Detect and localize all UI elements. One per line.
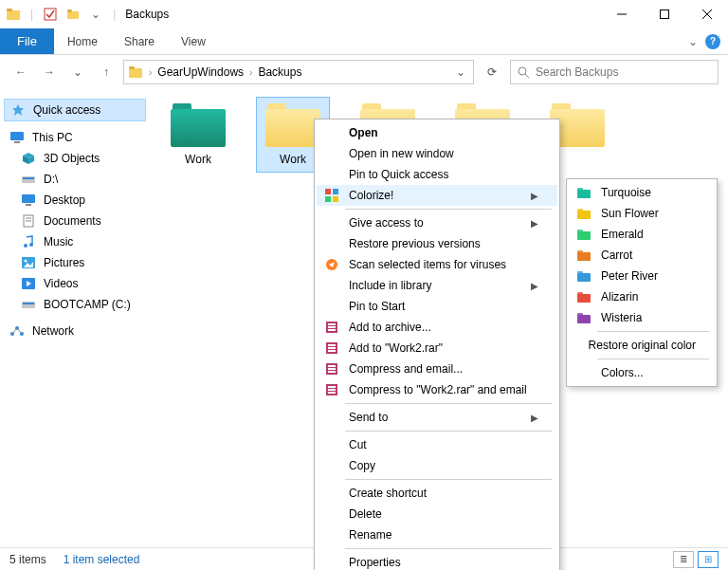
sidebar-item[interactable]: BOOTCAMP (C:)	[4, 294, 146, 315]
back-button[interactable]: ←	[9, 61, 32, 83]
menu-label: Open	[349, 126, 538, 139]
menu-icon	[574, 270, 593, 282]
folder-icon	[171, 103, 226, 147]
maximize-button[interactable]	[643, 0, 685, 28]
sidebar-item[interactable]: Pictures	[4, 252, 146, 273]
menu-item[interactable]: Wisteria	[569, 307, 715, 328]
minimize-button[interactable]	[600, 0, 643, 28]
chevron-down-icon[interactable]: ⌄	[88, 7, 103, 22]
sidebar-label: Network	[32, 324, 74, 338]
folder-label: Work	[185, 153, 211, 166]
sidebar-item[interactable]: D:\	[4, 169, 146, 190]
view-details-button[interactable]: ≣	[673, 551, 694, 568]
forward-button[interactable]: →	[38, 61, 61, 83]
video-icon	[21, 276, 36, 291]
qat-newfolder-icon[interactable]	[65, 7, 81, 22]
menu-item[interactable]: Peter River	[569, 266, 715, 286]
svg-rect-6	[660, 10, 668, 19]
svg-rect-65	[577, 252, 591, 261]
menu-item[interactable]: Colorize! ▶	[317, 185, 557, 206]
help-icon[interactable]: ?	[705, 34, 720, 49]
menu-item[interactable]: Compress and email...	[317, 359, 557, 379]
file-tab[interactable]: File	[0, 28, 54, 54]
menu-item[interactable]: Scan selected items for viruses	[317, 254, 557, 275]
sidebar-quickaccess[interactable]: Quick access	[4, 99, 146, 121]
address-dropdown-icon[interactable]: ⌄	[456, 65, 465, 79]
svg-rect-68	[577, 271, 583, 274]
tab-view[interactable]: View	[168, 28, 219, 54]
sidebar-item[interactable]: Videos	[4, 273, 146, 294]
svg-rect-1	[7, 9, 12, 11]
menu-item[interactable]: Copy	[317, 455, 557, 476]
search-icon	[517, 65, 530, 79]
svg-rect-70	[577, 292, 583, 295]
menu-item[interactable]: Include in library ▶	[317, 275, 557, 296]
menu-item[interactable]: Turquoise	[569, 182, 715, 203]
menu-label: Pin to Quick access	[349, 168, 538, 181]
sidebar-label: Quick access	[33, 103, 100, 117]
menu-item[interactable]: Emerald	[569, 224, 715, 245]
svg-rect-56	[328, 386, 336, 388]
menu-item[interactable]: Add to archive...	[317, 317, 557, 338]
menu-label: Turquoise	[601, 186, 696, 199]
menu-label: Delete	[349, 507, 538, 521]
menu-label: Wisteria	[601, 311, 696, 324]
sidebar-item[interactable]: Desktop	[4, 190, 146, 211]
menu-label: Colors...	[601, 366, 696, 379]
folder-label: Work	[280, 153, 306, 166]
menu-item[interactable]: Create shortcut	[317, 483, 557, 504]
menu-item[interactable]: Rename	[317, 524, 557, 545]
menu-item[interactable]: Cut	[317, 434, 557, 455]
breadcrumb[interactable]: GearUpWindows	[157, 65, 244, 79]
menu-item[interactable]: Open	[317, 122, 557, 143]
sidebar-label: BOOTCAMP (C:)	[44, 298, 131, 311]
menu-item[interactable]: Delete	[317, 504, 557, 524]
menu-item[interactable]: Open in new window	[317, 143, 557, 164]
svg-rect-34	[23, 303, 34, 304]
submenu-arrow-icon: ▶	[531, 413, 538, 423]
svg-rect-0	[7, 10, 20, 20]
chevron-right-icon[interactable]: ›	[149, 67, 152, 78]
tab-share[interactable]: Share	[111, 28, 168, 54]
menu-label: Create shortcut	[349, 487, 538, 500]
search-input[interactable]: Search Backups	[510, 60, 719, 84]
menu-label: Emerald	[601, 228, 696, 241]
menu-item[interactable]: Restore previous versions	[317, 233, 557, 254]
sidebar-network[interactable]: Network	[4, 321, 146, 341]
menu-item[interactable]: Pin to Start	[317, 296, 557, 317]
menu-item[interactable]: Restore original color	[569, 335, 715, 356]
menu-item[interactable]: Carrot	[569, 245, 715, 266]
tab-home[interactable]: Home	[54, 28, 111, 54]
svg-rect-14	[10, 132, 24, 140]
view-icons-button[interactable]: ⊞	[698, 551, 719, 568]
menu-item[interactable]: Compress to "Work2.rar" and email	[317, 379, 557, 400]
sidebar-item[interactable]: Documents	[4, 211, 146, 231]
up-button[interactable]: ↑	[95, 61, 118, 83]
chevron-right-icon[interactable]: ›	[249, 67, 252, 78]
svg-rect-57	[328, 389, 336, 391]
recent-locations-button[interactable]: ⌄	[66, 61, 89, 83]
status-count: 5 items	[9, 553, 46, 566]
close-button[interactable]	[685, 0, 728, 28]
sidebar-item[interactable]: 3D Objects	[4, 148, 146, 169]
qat-properties-icon[interactable]	[43, 7, 58, 22]
menu-item[interactable]: Send to ▶	[317, 407, 557, 428]
menu-item[interactable]: Alizarin	[569, 286, 715, 307]
breadcrumb[interactable]: Backups	[258, 65, 301, 79]
menu-icon	[322, 321, 341, 334]
ribbon-expand-icon[interactable]: ⌄	[688, 35, 698, 48]
sidebar-thispc[interactable]: This PC	[4, 127, 146, 148]
svg-rect-64	[577, 230, 583, 232]
menu-item[interactable]: Pin to Quick access	[317, 164, 557, 185]
menu-item[interactable]: Properties	[317, 552, 557, 570]
menu-item[interactable]: Colors...	[569, 362, 715, 383]
svg-rect-59	[577, 190, 591, 198]
svg-rect-60	[577, 188, 583, 191]
refresh-button[interactable]: ⟳	[480, 60, 504, 84]
menu-item[interactable]: Sun Flower	[569, 203, 715, 224]
menu-item[interactable]: Give access to ▶	[317, 212, 557, 233]
folder-item[interactable]: Work	[161, 97, 235, 173]
sidebar-item[interactable]: Music	[4, 231, 146, 252]
address-bar[interactable]: › GearUpWindows › Backups ⌄	[123, 60, 474, 84]
menu-item[interactable]: Add to "Work2.rar"	[317, 338, 557, 359]
